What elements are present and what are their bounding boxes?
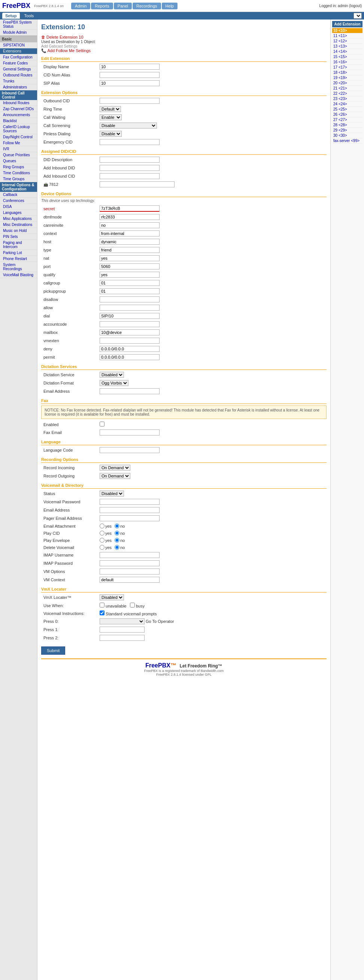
sidebar-item-disa[interactable]: DISA xyxy=(0,204,37,210)
sidebar-item-languages[interactable]: Languages xyxy=(0,210,37,216)
dictation-email-input[interactable] xyxy=(100,388,160,394)
add-gabcast-link[interactable]: Add Gabcast Settings xyxy=(41,44,78,48)
delete-vm-yes[interactable] xyxy=(100,545,104,550)
sidebar-item-time-groups[interactable]: Time Groups xyxy=(0,176,37,182)
cid-num-alias-input[interactable] xyxy=(100,72,160,78)
ext-list-item-30[interactable]: 30 <30> xyxy=(332,133,362,138)
fax-detect-input[interactable] xyxy=(100,181,174,188)
dictation-service-select[interactable]: Disabled xyxy=(100,372,124,378)
record-incoming-select[interactable]: On DemandAlwaysNeverDon't Care xyxy=(100,465,130,471)
email-attach-no[interactable] xyxy=(115,523,119,528)
nat-input[interactable] xyxy=(100,255,160,261)
sidebar-item-sipstation[interactable]: SIPSTATION xyxy=(0,42,37,48)
sidebar-item-pin-sets[interactable]: PIN Sets xyxy=(0,234,37,240)
nav-reports[interactable]: Reports xyxy=(91,3,113,10)
sidebar-item-blacklist[interactable]: Blacklist xyxy=(0,118,37,124)
sidebar-item-administrators[interactable]: Administrators xyxy=(0,84,37,90)
record-outgoing-select[interactable]: On DemandAlwaysNeverDon't Care xyxy=(100,473,130,479)
sidebar-item-day-night[interactable]: Day/Night Control xyxy=(0,134,37,140)
sidebar-item-queues[interactable]: Queues xyxy=(0,158,37,164)
sidebar-item-voicemail-blasting[interactable]: VoiceMail Blasting xyxy=(0,272,37,278)
ext-list-item-29[interactable]: 29 <29> xyxy=(332,128,362,133)
play-envelope-no[interactable] xyxy=(115,538,119,542)
emergency-cid-input[interactable] xyxy=(100,139,160,145)
press-2-input[interactable] xyxy=(100,635,144,641)
sidebar-item-callback[interactable]: Callback xyxy=(0,192,37,198)
sidebar-item-system-recordings[interactable]: System Recordings xyxy=(0,262,37,272)
sidebar-item-misc-apps[interactable]: Misc Applications xyxy=(0,216,37,222)
ext-list-item-18[interactable]: 18 <18> xyxy=(332,70,362,75)
vm-options-input[interactable] xyxy=(100,568,160,574)
type-input[interactable] xyxy=(100,247,160,253)
delete-vm-no[interactable] xyxy=(115,545,119,550)
vm-context-input[interactable] xyxy=(100,577,160,583)
deny-input[interactable] xyxy=(100,346,160,352)
sidebar-item-module-admin[interactable]: Module Admin xyxy=(0,30,37,36)
mailbox-input[interactable] xyxy=(100,329,160,336)
canreinvite-input[interactable] xyxy=(100,222,160,228)
display-name-input[interactable] xyxy=(100,64,160,70)
add-inbound-cid-input[interactable] xyxy=(100,173,160,179)
allow-input[interactable] xyxy=(100,305,160,311)
fax-enabled-checkbox[interactable] xyxy=(100,422,104,426)
imap-username-input[interactable] xyxy=(100,552,160,558)
nav-recordings[interactable]: Recordings xyxy=(133,3,161,10)
ext-list-item-12[interactable]: 12 <12> xyxy=(332,38,362,44)
sidebar-item-general-settings[interactable]: General Settings xyxy=(0,66,37,72)
ext-list-item-fax[interactable]: fax-server <99> xyxy=(332,138,362,143)
host-input[interactable] xyxy=(100,239,160,245)
submit-button[interactable]: Submit xyxy=(41,646,65,655)
ext-list-title[interactable]: Add Extension xyxy=(332,21,362,27)
email-attach-yes[interactable] xyxy=(100,523,104,528)
subtab-tools[interactable]: Tools xyxy=(21,13,37,19)
sip-alias-input[interactable] xyxy=(100,80,160,86)
ext-list-item-17[interactable]: 17 <17> xyxy=(332,65,362,70)
vm-email-input[interactable] xyxy=(100,507,160,513)
accountcode-input[interactable] xyxy=(100,321,160,327)
ext-list-item-25[interactable]: 25 <25> xyxy=(332,107,362,112)
ext-list-item-14[interactable]: 14 <14> xyxy=(332,49,362,54)
ext-list-item-13[interactable]: 13 <13> xyxy=(332,44,362,49)
add-inbound-did-input[interactable] xyxy=(100,165,160,171)
context-input[interactable] xyxy=(100,231,160,237)
ext-list-item-10[interactable]: 10 <10> xyxy=(332,28,362,33)
play-cid-yes[interactable] xyxy=(100,531,104,536)
ext-list-item-19[interactable]: 19 <19> xyxy=(332,75,362,81)
vmx-locater-select[interactable]: DisabledEnabled xyxy=(100,594,124,600)
nav-help[interactable]: Help xyxy=(162,3,178,10)
play-cid-no[interactable] xyxy=(115,531,119,536)
fax-email-input[interactable] xyxy=(100,430,160,436)
nav-admin[interactable]: Admin xyxy=(71,3,90,10)
language-select[interactable] xyxy=(353,13,362,19)
sidebar-item-fax-config[interactable]: Fax Configuration xyxy=(0,54,37,60)
sidebar-item-parking-lot[interactable]: Parking Lot xyxy=(0,250,37,256)
ext-list-item-16[interactable]: 16 <16> xyxy=(332,60,362,65)
sidebar-item-zap-channel[interactable]: Zap Channel DIDs xyxy=(0,106,37,112)
disallow-input[interactable] xyxy=(100,296,160,302)
sidebar-item-ring-groups[interactable]: Ring Groups xyxy=(0,164,37,170)
callgroup-input[interactable] xyxy=(100,280,160,286)
sidebar-item-feature-codes[interactable]: Feature Codes xyxy=(0,60,37,66)
outbound-cid-input[interactable] xyxy=(100,98,160,104)
qualify-input[interactable] xyxy=(100,272,160,278)
ext-list-item-23[interactable]: 23 <23> xyxy=(332,96,362,102)
sidebar-item-freepbx-status[interactable]: FreePBX System Status xyxy=(0,19,37,30)
dictation-format-select[interactable]: Ogg VorbisWAV xyxy=(100,380,128,386)
language-code-input[interactable] xyxy=(100,447,160,453)
sidebar-item-announcements[interactable]: Announcements xyxy=(0,112,37,118)
vm-password-input[interactable] xyxy=(100,499,160,505)
sidebar-item-phone-restart[interactable]: Phone Restart xyxy=(0,256,37,262)
sidebar-item-time-conditions[interactable]: Time Conditions xyxy=(0,170,37,176)
sidebar-item-trunks[interactable]: Trunks xyxy=(0,78,37,84)
permit-input[interactable] xyxy=(100,354,160,360)
ext-list-item-20[interactable]: 20 <20> xyxy=(332,81,362,86)
sidebar-item-misc-dest[interactable]: Misc Destinations xyxy=(0,222,37,228)
press-0-select[interactable] xyxy=(100,618,144,624)
ext-list-item-22[interactable]: 22 <22> xyxy=(332,91,362,96)
ring-time-select[interactable]: Default51015202530 xyxy=(100,106,121,112)
sidebar-item-ivr[interactable]: IVR xyxy=(0,146,37,152)
did-description-input[interactable] xyxy=(100,157,160,163)
pinless-dialing-select[interactable]: DisableEnable xyxy=(100,131,122,137)
sidebar-item-conferences[interactable]: Conferences xyxy=(0,198,37,204)
play-envelope-yes[interactable] xyxy=(100,538,104,542)
